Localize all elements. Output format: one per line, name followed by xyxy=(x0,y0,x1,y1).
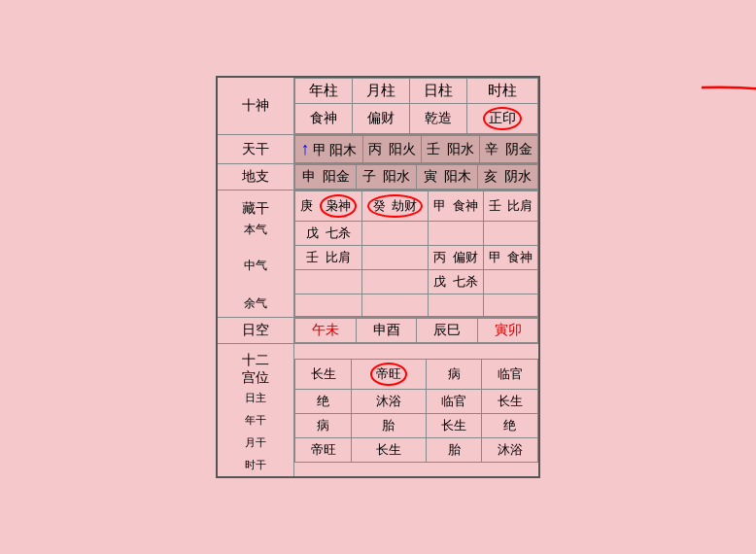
twelve-yuegan-nian: 病 xyxy=(295,413,352,437)
zhongqi-extra-ri: 戊 七杀 xyxy=(429,270,484,294)
twelve-niangan-ri: 临官 xyxy=(426,389,482,413)
rizhu-label: 日主 xyxy=(223,391,289,405)
tiangan-nian: ↑ 甲 阳木 xyxy=(295,136,362,163)
tiangan-label: 天干 xyxy=(217,135,294,164)
twelve-niangan-shi: 长生 xyxy=(482,389,538,413)
dizhi-yue: 子 阳水 xyxy=(356,165,417,190)
twelve-shigan-shi: 沐浴 xyxy=(482,437,538,462)
rikong-ri: 辰巳 xyxy=(417,319,478,343)
shishen-nian: 食神 xyxy=(295,104,353,134)
benqi-extra-nian: 戊 七杀 xyxy=(295,222,362,246)
rikong-label: 日空 xyxy=(217,318,294,344)
twelve-yuegan-shi: 绝 xyxy=(482,413,538,437)
zhongqi-extra-nian xyxy=(295,270,362,294)
twelve-rizhu-yue: 帝旺 xyxy=(352,359,427,389)
shishen-label: 十神 xyxy=(217,77,294,135)
twelve-shigan-yue: 长生 xyxy=(352,437,427,462)
benqi-extra-yue xyxy=(361,222,429,246)
zanggan-label: 藏干 xyxy=(223,200,289,218)
col-header-nian: 年柱 xyxy=(295,79,353,104)
twelve-shigan-nian: 帝旺 xyxy=(295,437,352,462)
yuqi-label: 余气 xyxy=(223,295,289,312)
tiangan-ri: 壬 阳水 xyxy=(421,136,479,163)
shigan-label: 时干 xyxy=(223,458,289,472)
twelve-yuegan-ri: 长生 xyxy=(426,413,482,437)
benqi-extra-shi xyxy=(483,222,538,246)
shishen-ri: 乾造 xyxy=(410,104,467,134)
twelve-main-label: 十二宫位 xyxy=(223,352,289,387)
zhongqi-ri: 丙 偏财 xyxy=(429,246,484,270)
twelve-shigan-ri: 胎 xyxy=(426,437,482,462)
rikong-shi: 寅卯 xyxy=(477,319,538,343)
main-table: 十神 年柱 月柱 日柱 时柱 食神 偏财 乾造 正印 xyxy=(216,76,541,478)
tiangan-shi: 辛 阴金 xyxy=(479,136,537,163)
twelve-rizhu-shi: 临官 xyxy=(482,359,538,389)
rikong-nian: 午未 xyxy=(295,319,357,343)
twelve-rizhu-nian: 长生 xyxy=(295,359,352,389)
col-header-ri: 日柱 xyxy=(410,79,467,104)
dizhi-shi: 亥 阴水 xyxy=(477,165,538,190)
tiangan-yue: 丙 阳火 xyxy=(362,136,421,163)
zhongqi-label: 中气 xyxy=(223,258,289,274)
dizhi-nian: 申 阳金 xyxy=(295,165,357,190)
rikong-yue: 申酉 xyxy=(356,319,417,343)
yuegan-label: 月干 xyxy=(223,435,289,450)
zhongqi-nian: 壬 比肩 xyxy=(295,246,362,270)
benqi-ri: 甲 食神 xyxy=(429,191,484,222)
dizhi-ri: 寅 阳木 xyxy=(417,165,478,190)
yuqi-yue xyxy=(361,294,429,317)
benqi-nian: 庚 枭神 xyxy=(295,191,362,222)
twelve-niangan-yue: 沐浴 xyxy=(352,389,427,413)
benqi-extra-ri xyxy=(429,222,484,246)
col-header-yue: 月柱 xyxy=(353,79,410,104)
zanggan-section-label: 藏干 本气 中气 余气 xyxy=(217,190,294,318)
twelve-niangan-nian: 绝 xyxy=(295,389,352,413)
benqi-label: 本气 xyxy=(223,222,289,238)
twelve-label: 十二宫位 日主 年干 月干 时干 xyxy=(217,344,294,478)
benqi-yue: 癸 劫财 xyxy=(361,191,429,222)
niangan-label: 年干 xyxy=(223,413,289,428)
shishen-yue: 偏财 xyxy=(353,104,410,134)
twelve-yuegan-yue: 胎 xyxy=(352,413,427,437)
zhongqi-extra-yue xyxy=(361,270,429,294)
yuqi-nian xyxy=(295,294,362,317)
twelve-rizhu-ri: 病 xyxy=(426,359,482,389)
shishen-shi: 正印 xyxy=(466,104,537,134)
zhongqi-yue xyxy=(361,246,429,270)
dizhi-label: 地支 xyxy=(217,164,294,190)
yuqi-ri xyxy=(429,294,484,317)
yuqi-shi xyxy=(483,294,538,317)
col-header-shi: 时柱 xyxy=(466,79,537,104)
zhongqi-shi: 甲 食神 xyxy=(483,246,538,270)
benqi-shi: 壬 比肩 xyxy=(483,191,538,222)
zhongqi-extra-shi xyxy=(483,270,538,294)
